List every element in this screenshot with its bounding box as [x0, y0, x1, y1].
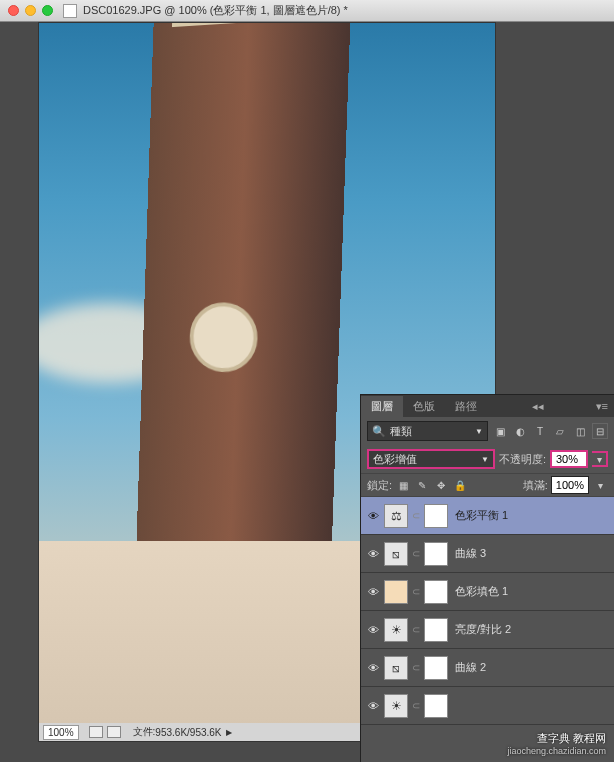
visibility-icon[interactable]: 👁: [365, 698, 381, 714]
visibility-icon[interactable]: 👁: [365, 508, 381, 524]
blend-mode-value: 色彩增值: [373, 452, 417, 467]
layer-mask[interactable]: [424, 504, 448, 528]
layer-name[interactable]: 色彩填色 1: [455, 584, 508, 599]
close-button[interactable]: [8, 5, 19, 16]
minimize-button[interactable]: [25, 5, 36, 16]
filter-row: 🔍 種類 ▼ ▣ ◐ T ▱ ◫ ⊟: [361, 417, 614, 445]
layer-mask[interactable]: [424, 618, 448, 642]
fill-stepper[interactable]: ▾: [592, 477, 608, 493]
layer-row[interactable]: 👁 ⧅ ⊂ 曲線 2: [361, 649, 614, 687]
tab-channels[interactable]: 色版: [403, 396, 445, 417]
visibility-icon[interactable]: 👁: [365, 660, 381, 676]
link-icon: ⊂: [411, 624, 421, 635]
visibility-icon[interactable]: 👁: [365, 584, 381, 600]
layer-mask[interactable]: [424, 656, 448, 680]
layer-name[interactable]: 色彩平衡 1: [455, 508, 508, 523]
filter-toggle-icon[interactable]: ⊟: [592, 423, 608, 439]
chevron-down-icon: ▼: [481, 455, 489, 464]
document-icon: [63, 4, 77, 18]
curves-icon: ⧅: [384, 542, 408, 566]
layer-mask[interactable]: [424, 580, 448, 604]
link-icon: ⊂: [411, 700, 421, 711]
opacity-value: 30%: [556, 453, 578, 465]
traffic-lights: [8, 5, 53, 16]
lock-all-icon[interactable]: 🔒: [452, 477, 468, 493]
lock-pixels-icon[interactable]: ✎: [414, 477, 430, 493]
lock-label: 鎖定:: [367, 478, 392, 493]
layer-row[interactable]: 👁 ☀ ⊂ 亮度/對比 2: [361, 611, 614, 649]
layer-name[interactable]: 亮度/對比 2: [455, 622, 511, 637]
zoom-input[interactable]: 100%: [43, 725, 79, 740]
solid-color-icon: [384, 580, 408, 604]
watermark-url: jiaocheng.chazidian.com: [507, 746, 606, 756]
tab-paths[interactable]: 路徑: [445, 396, 487, 417]
lock-row: 鎖定: ▦ ✎ ✥ 🔒 填滿: 100% ▾: [361, 473, 614, 497]
curves-icon: ⧅: [384, 656, 408, 680]
filesize-value: 953.6K/953.6K: [155, 727, 221, 738]
opacity-stepper[interactable]: ▾: [592, 451, 608, 467]
zoom-button[interactable]: [42, 5, 53, 16]
brightness-icon: ☀: [384, 694, 408, 718]
watermark: 查字典 教程网 jiaocheng.chazidian.com: [507, 731, 606, 756]
opacity-label: 不透明度:: [499, 452, 546, 467]
statusbar-icon[interactable]: [89, 726, 103, 738]
color-balance-icon: ⚖: [384, 504, 408, 528]
lock-transparency-icon[interactable]: ▦: [395, 477, 411, 493]
visibility-icon[interactable]: 👁: [365, 546, 381, 562]
blend-row: 色彩增值 ▼ 不透明度: 30% ▾: [361, 445, 614, 473]
chevron-right-icon[interactable]: ▶: [226, 728, 232, 737]
brightness-icon: ☀: [384, 618, 408, 642]
filter-type-icon[interactable]: T: [532, 423, 548, 439]
chevron-down-icon: ▼: [475, 427, 483, 436]
link-icon: ⊂: [411, 662, 421, 673]
image-content: [135, 22, 351, 616]
lock-position-icon[interactable]: ✥: [433, 477, 449, 493]
layer-row[interactable]: 👁 ⧅ ⊂ 曲線 3: [361, 535, 614, 573]
blend-mode-dropdown[interactable]: 色彩增值 ▼: [367, 449, 495, 469]
link-icon: ⊂: [411, 510, 421, 521]
layer-filter-dropdown[interactable]: 🔍 種類 ▼: [367, 421, 488, 441]
image-content: [189, 301, 259, 374]
watermark-text: 查字典 教程网: [507, 731, 606, 746]
fill-value: 100%: [556, 479, 584, 491]
filter-image-icon[interactable]: ▣: [492, 423, 508, 439]
layer-row[interactable]: 👁 ☀ ⊂: [361, 687, 614, 725]
filter-shape-icon[interactable]: ▱: [552, 423, 568, 439]
panel-tabs: 圖層 色版 路徑 ◂◂ ▾≡: [361, 395, 614, 417]
filter-label: 種類: [390, 424, 412, 439]
visibility-icon[interactable]: 👁: [365, 622, 381, 638]
fill-input[interactable]: 100%: [551, 476, 589, 494]
filter-adjust-icon[interactable]: ◐: [512, 423, 528, 439]
tab-layers[interactable]: 圖層: [361, 396, 403, 417]
layer-row[interactable]: 👁 ⊂ 色彩填色 1: [361, 573, 614, 611]
window-titlebar: DSC01629.JPG @ 100% (色彩平衡 1, 圖層遮色片/8) *: [0, 0, 614, 22]
layer-mask[interactable]: [424, 694, 448, 718]
layers-list: 👁 ⚖ ⊂ 色彩平衡 1 👁 ⧅ ⊂ 曲線 3 👁 ⊂ 色彩填色 1 👁 ☀ ⊂…: [361, 497, 614, 725]
layers-panel: 圖層 色版 路徑 ◂◂ ▾≡ 🔍 種類 ▼ ▣ ◐ T ▱ ◫ ⊟ 色彩增值 ▼…: [360, 394, 614, 762]
layer-name[interactable]: 曲線 3: [455, 546, 486, 561]
link-icon: ⊂: [411, 548, 421, 559]
window-title: DSC01629.JPG @ 100% (色彩平衡 1, 圖層遮色片/8) *: [83, 3, 348, 18]
opacity-input[interactable]: 30%: [550, 450, 588, 468]
fill-label: 填滿:: [523, 478, 548, 493]
statusbar-icon[interactable]: [107, 726, 121, 738]
layer-mask[interactable]: [424, 542, 448, 566]
link-icon: ⊂: [411, 586, 421, 597]
filesize-label: 文件:: [127, 725, 156, 739]
search-icon: 🔍: [372, 425, 386, 438]
panel-menu-icon[interactable]: ▾≡: [590, 400, 614, 413]
layer-row[interactable]: 👁 ⚖ ⊂ 色彩平衡 1: [361, 497, 614, 535]
filter-smart-icon[interactable]: ◫: [572, 423, 588, 439]
collapse-icon[interactable]: ◂◂: [526, 400, 550, 413]
layer-name[interactable]: 曲線 2: [455, 660, 486, 675]
statusbar-icons: [89, 726, 121, 738]
